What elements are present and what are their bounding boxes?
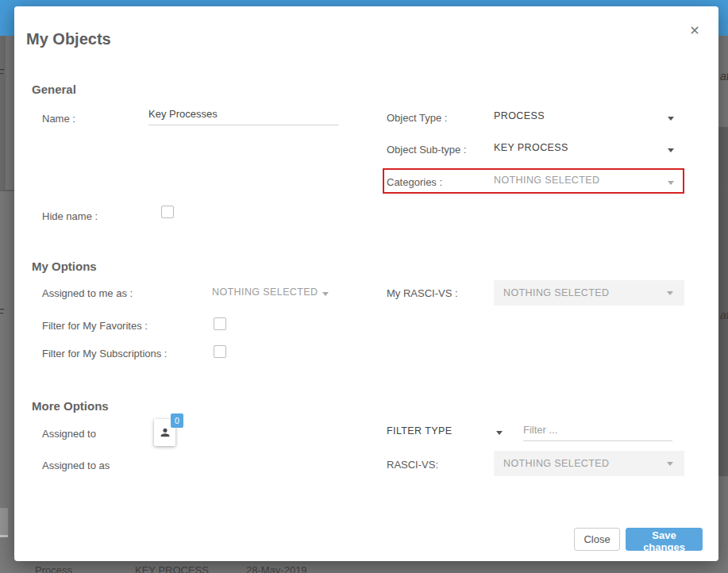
chevron-down-icon (496, 431, 503, 435)
object-type-select[interactable]: PROCESS (494, 110, 545, 121)
background-divider-left (0, 190, 14, 191)
chevron-down-icon (668, 117, 674, 121)
chevron-down-icon (667, 462, 673, 466)
save-changes-button[interactable]: Save changes (626, 528, 703, 551)
my-rasci-select-disabled: NOTHING SELECTED (494, 280, 684, 306)
filter-subscriptions-label: Filter for My Subscriptions : (42, 348, 168, 360)
my-rasci-label: My RASCI-VS : (387, 287, 458, 299)
hide-name-checkbox[interactable] (161, 206, 174, 218)
filter-favorites-label: Filter for My Favorites : (42, 320, 148, 332)
name-label: Name : (42, 113, 75, 125)
assigned-to-label: Assigned to (42, 428, 96, 440)
section-heading-my-options: My Options (32, 260, 97, 273)
background-table-row: Process KEY PROCESS 28-May-2019 (0, 564, 728, 573)
section-heading-more-options: More Options (32, 399, 109, 413)
rasci-value: NOTHING SELECTED (503, 458, 667, 469)
categories-label: Categories : (387, 176, 442, 188)
background-row-edge (0, 508, 8, 535)
chevron-down-icon (668, 148, 674, 152)
assigned-to-count-badge: 0 (171, 413, 183, 428)
screen: F F at at Process KEY PROCESS 28-May-201… (0, 0, 728, 573)
filter-input[interactable] (523, 424, 672, 441)
background-cell-type: Process (35, 564, 72, 573)
filter-favorites-checkbox[interactable] (214, 317, 226, 330)
chevron-down-icon (667, 291, 673, 295)
close-icon[interactable]: ✕ (686, 22, 703, 40)
assigned-to-me-label: Assigned to me as : (42, 287, 133, 299)
person-icon (159, 426, 171, 439)
hide-name-label: Hide name : (42, 210, 98, 222)
background-clipped-text: at (720, 309, 728, 321)
background-clipped-text: at (720, 70, 728, 83)
background-clipped-text: F (0, 67, 4, 79)
section-heading-general: General (32, 83, 76, 96)
my-objects-dialog: My Objects ✕ General Name : Object Type … (14, 6, 718, 561)
rasci-select-disabled: NOTHING SELECTED (494, 451, 684, 476)
background-row-edge-line (0, 535, 8, 537)
background-cell-date: 28-May-2019 (246, 564, 307, 573)
assigned-to-as-label: Assigned to as (42, 460, 110, 471)
assigned-to-me-select[interactable]: NOTHING SELECTED (212, 286, 318, 298)
object-type-label: Object Type : (387, 112, 447, 124)
object-subtype-select[interactable]: KEY PROCESS (494, 142, 568, 153)
rasci-label: RASCI-VS: (387, 459, 438, 471)
background-left-panel-edge (0, 36, 6, 190)
filter-type-select[interactable]: FILTER TYPE (387, 425, 452, 436)
my-rasci-value: NOTHING SELECTED (503, 287, 667, 298)
close-button[interactable]: Close (574, 528, 620, 551)
chevron-down-icon (322, 292, 329, 296)
background-cell-subtype: KEY PROCESS (135, 564, 209, 573)
dialog-title: My Objects (26, 30, 111, 48)
object-subtype-label: Object Sub-type : (387, 144, 466, 156)
background-scrollbar (718, 127, 728, 476)
background-clipped-text: F (0, 306, 4, 319)
categories-select[interactable]: NOTHING SELECTED (494, 175, 600, 186)
filter-subscriptions-checkbox[interactable] (214, 345, 226, 358)
chevron-down-icon (668, 181, 674, 185)
name-input[interactable] (148, 108, 339, 125)
background-divider-right (718, 190, 728, 191)
